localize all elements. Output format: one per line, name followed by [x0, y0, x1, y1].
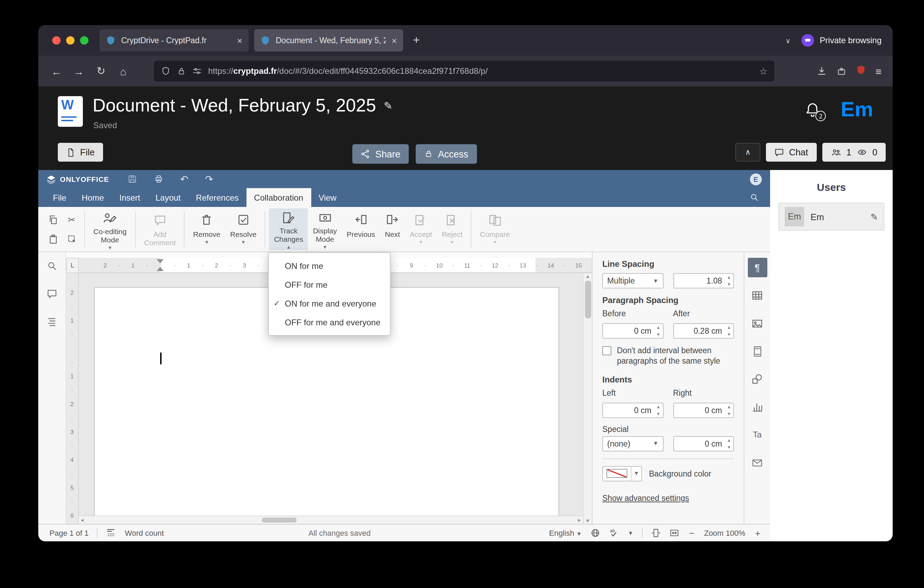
stepper-down-icon[interactable]: ▼	[656, 332, 660, 337]
horizontal-scrollbar[interactable]: ◂ ▸	[79, 515, 583, 524]
share-button[interactable]: Share	[352, 144, 409, 164]
remove-comments-button[interactable]: Remove ▼	[188, 208, 225, 250]
permissions-icon[interactable]	[192, 66, 202, 76]
browser-tab-cryptdrive[interactable]: CryptDrive - CryptPad.fr ×	[99, 29, 249, 51]
document-language-globe-icon[interactable]	[590, 528, 600, 538]
notifications-bell-icon[interactable]: 2	[805, 102, 821, 119]
extensions-puzzle-icon[interactable]	[836, 66, 847, 76]
close-window-button[interactable]	[52, 36, 61, 45]
paragraph-settings-icon[interactable]: ¶	[747, 258, 767, 277]
next-change-button[interactable]: Next	[380, 208, 405, 250]
connection-lock-icon[interactable]	[177, 66, 186, 76]
tab-stop-selector[interactable]: L	[66, 258, 79, 273]
track-changes-menu-item[interactable]: OFF for me	[269, 275, 390, 294]
select-all-icon[interactable]	[63, 230, 81, 248]
save-icon[interactable]	[127, 174, 137, 184]
line-spacing-stepper[interactable]: ▲▼	[673, 273, 734, 288]
special-indent-input[interactable]	[674, 437, 733, 451]
zoom-out-button[interactable]: −	[688, 528, 696, 538]
forward-button[interactable]: →	[69, 61, 88, 81]
maximize-window-button[interactable]	[80, 36, 88, 45]
stepper-up-icon[interactable]: ▲	[727, 438, 731, 443]
special-indent-select[interactable]: (none)▼	[602, 436, 663, 451]
close-tab-icon[interactable]: ×	[392, 35, 397, 46]
comments-panel-icon[interactable]	[46, 288, 58, 300]
track-changes-menu-item[interactable]: ✓ ON for me and everyone	[269, 294, 390, 313]
mail-merge-icon[interactable]	[747, 453, 767, 472]
bookmark-star-icon[interactable]: ☆	[759, 66, 767, 76]
address-bar[interactable]: https://cryptpad.fr/doc/#/3/doc/edit/ff0…	[154, 61, 774, 81]
previous-change-button[interactable]: Previous	[342, 208, 380, 250]
chevron-down-icon[interactable]: ▼	[631, 467, 641, 481]
user-list-button[interactable]: 1 0	[822, 143, 886, 162]
show-advanced-settings-link[interactable]: Show advanced settings	[602, 494, 689, 502]
tab-layout[interactable]: Layout	[148, 188, 188, 207]
line-spacing-select[interactable]: Multiple▼	[602, 273, 663, 288]
stepper-down-icon[interactable]: ▼	[727, 445, 731, 449]
downloads-button[interactable]	[816, 66, 827, 77]
menu-hamburger-icon[interactable]: ≡	[875, 65, 881, 77]
spacing-before-stepper[interactable]: ▲▼	[602, 323, 663, 339]
zoom-level[interactable]: Zoom 100%	[704, 529, 746, 537]
zoom-in-button[interactable]: +	[754, 528, 762, 538]
search-icon[interactable]	[750, 188, 770, 207]
tab-references[interactable]: References	[188, 188, 246, 207]
tracking-protection-shield-icon[interactable]	[161, 66, 171, 76]
vertical-ruler[interactable]: 2·1··1·2·3·4·5·6	[66, 273, 79, 524]
scroll-down-arrow-icon[interactable]: ▾	[586, 518, 589, 524]
edit-title-pencil-icon[interactable]: ✎	[384, 99, 393, 112]
no-interval-checkbox[interactable]	[602, 346, 611, 355]
stepper-down-icon[interactable]: ▼	[727, 412, 731, 416]
indent-left-input[interactable]	[603, 403, 663, 417]
chevron-down-icon[interactable]: ▼	[628, 530, 633, 536]
scroll-right-arrow-icon[interactable]: ▸	[576, 516, 583, 524]
copy-icon[interactable]	[44, 210, 62, 229]
track-changes-menu-item[interactable]: OFF for me and everyone	[269, 313, 390, 332]
list-tabs-chevron-icon[interactable]: ∨	[785, 36, 791, 44]
indent-right-input[interactable]	[674, 403, 733, 417]
file-menu-button[interactable]: File	[58, 143, 103, 162]
redo-icon[interactable]: ↷	[205, 173, 213, 185]
line-spacing-value-input[interactable]	[674, 274, 733, 288]
stepper-up-icon[interactable]: ▲	[727, 405, 731, 409]
stepper-up-icon[interactable]: ▲	[727, 275, 731, 279]
tab-view[interactable]: View	[311, 188, 344, 207]
display-mode-button[interactable]: Display Mode ▼	[308, 208, 342, 250]
indent-left-stepper[interactable]: ▲▼	[602, 403, 663, 418]
paste-icon[interactable]	[44, 230, 62, 248]
track-changes-button[interactable]: Track Changes ▲	[269, 208, 308, 250]
page-indicator[interactable]: Page 1 of 1	[50, 529, 89, 537]
account-avatar[interactable]: Em	[841, 99, 873, 120]
new-tab-button[interactable]: +	[413, 33, 420, 47]
word-count-icon[interactable]: 123	[106, 527, 117, 538]
back-button[interactable]: ←	[47, 61, 66, 81]
print-icon[interactable]	[153, 174, 163, 184]
shape-settings-icon[interactable]	[747, 369, 767, 389]
stepper-down-icon[interactable]: ▼	[727, 282, 731, 286]
undo-icon[interactable]: ↶	[180, 173, 188, 185]
chart-settings-icon[interactable]	[747, 397, 767, 416]
stepper-down-icon[interactable]: ▼	[727, 332, 731, 337]
navigation-headings-icon[interactable]	[46, 316, 58, 327]
reload-button[interactable]: ↻	[91, 61, 111, 81]
edit-user-pencil-icon[interactable]: ✎	[870, 211, 878, 222]
indent-right-stepper[interactable]: ▲▼	[673, 403, 734, 418]
browser-tab-document[interactable]: Document - Wed, February 5, 2 ×	[254, 29, 403, 51]
special-indent-stepper[interactable]: ▲▼	[673, 436, 734, 451]
background-color-button[interactable]: ▼	[602, 466, 642, 481]
tab-insert[interactable]: Insert	[112, 188, 148, 207]
resolve-comments-button[interactable]: Resolve ▼	[225, 208, 261, 250]
first-line-indent-marker[interactable]	[157, 259, 163, 263]
spacing-after-stepper[interactable]: ▲▼	[673, 323, 734, 339]
stepper-down-icon[interactable]: ▼	[656, 412, 660, 416]
spacing-before-input[interactable]	[603, 324, 663, 338]
text-art-settings-icon[interactable]: Ta	[747, 425, 767, 444]
scroll-up-arrow-icon[interactable]: ▴	[586, 273, 589, 279]
word-count-label[interactable]: Word count	[125, 529, 164, 537]
fit-width-icon[interactable]	[669, 528, 679, 538]
spacing-after-input[interactable]	[674, 324, 733, 338]
tab-file[interactable]: File	[45, 188, 74, 207]
home-button[interactable]: ⌂	[114, 61, 133, 81]
scroll-left-arrow-icon[interactable]: ◂	[79, 516, 86, 524]
ublock-origin-icon[interactable]	[856, 64, 866, 78]
